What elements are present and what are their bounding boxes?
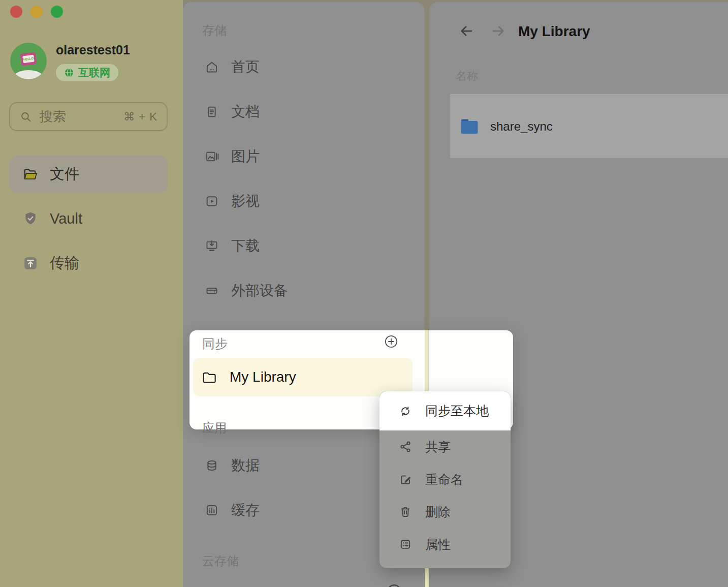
network-status-badge: 互联网 bbox=[56, 64, 118, 81]
pictures-icon bbox=[205, 149, 219, 164]
nav-item-documents[interactable]: 文档 bbox=[205, 98, 260, 126]
cloud-item-partial-icon bbox=[388, 584, 401, 587]
section-cloud-storage: 云存储 bbox=[202, 553, 239, 569]
trash-icon bbox=[399, 505, 412, 518]
sidebar-item-transfer[interactable]: 传输 bbox=[9, 244, 168, 282]
sidebar-item-files[interactable]: 文件 bbox=[9, 156, 168, 193]
menu-item-label: 属性 bbox=[425, 536, 451, 553]
search-shortcut: ⌘ + K bbox=[123, 110, 157, 123]
folder-icon bbox=[201, 369, 216, 385]
nav-item-label: 缓存 bbox=[231, 501, 260, 520]
nav-item-label: 文档 bbox=[231, 102, 260, 121]
menu-item-label: 重命名 bbox=[425, 471, 463, 488]
sync-icon bbox=[399, 405, 412, 418]
sidebar-item-label: 传输 bbox=[50, 253, 79, 273]
network-badge-label: 互联网 bbox=[78, 66, 110, 80]
file-row[interactable]: share_sync bbox=[450, 95, 728, 158]
file-name: share_sync bbox=[490, 119, 553, 134]
search-icon bbox=[19, 110, 33, 123]
nav-item-home[interactable]: 首页 bbox=[205, 53, 260, 81]
nav-item-external-devices[interactable]: 外部设备 bbox=[205, 276, 288, 305]
nav-item-label: 数据 bbox=[231, 456, 260, 475]
search-input[interactable]: 搜索 ⌘ + K bbox=[9, 102, 168, 131]
menu-item-rename[interactable]: 重命名 bbox=[379, 463, 511, 496]
download-icon bbox=[205, 239, 219, 253]
document-icon bbox=[205, 105, 219, 119]
rename-icon bbox=[399, 473, 412, 486]
cache-chart-icon bbox=[205, 503, 219, 517]
sidebar-item-label: 文件 bbox=[50, 164, 79, 184]
maximize-window-button[interactable] bbox=[51, 6, 63, 18]
folder-blue-icon bbox=[459, 116, 480, 137]
files-app-window: HELLO olarestest01 互联网 搜索 ⌘ + K 文件 bbox=[0, 0, 728, 587]
menu-item-label: 同步至本地 bbox=[425, 403, 489, 419]
menu-item-label: 共享 bbox=[425, 439, 451, 455]
database-icon bbox=[205, 458, 219, 473]
nav-item-my-library[interactable]: My Library bbox=[193, 358, 413, 396]
section-apps: 应用 bbox=[202, 420, 227, 436]
add-sync-library-button[interactable] bbox=[384, 334, 398, 349]
nav-item-label: 下载 bbox=[231, 236, 260, 256]
section-storage: 存储 bbox=[202, 22, 227, 39]
my-library-label: My Library bbox=[230, 369, 296, 385]
nav-item-label: 外部设备 bbox=[231, 281, 288, 300]
menu-item-delete[interactable]: 删除 bbox=[379, 496, 511, 528]
username: olarestest01 bbox=[56, 43, 130, 57]
upload-icon bbox=[22, 255, 39, 271]
external-drive-icon bbox=[205, 284, 219, 298]
nav-item-label: 首页 bbox=[231, 57, 260, 77]
avatar-body bbox=[14, 70, 43, 79]
section-sync: 同步 bbox=[202, 335, 228, 352]
avatar-hello-text: HELLO bbox=[22, 55, 35, 64]
sidebar-item-vault[interactable]: Vault bbox=[9, 200, 168, 237]
page-title: My Library bbox=[518, 23, 590, 40]
shield-check-icon bbox=[22, 210, 39, 227]
properties-icon bbox=[399, 538, 412, 551]
menu-item-properties[interactable]: 属性 bbox=[379, 528, 511, 561]
minimize-window-button[interactable] bbox=[30, 6, 43, 18]
share-icon bbox=[399, 440, 412, 453]
avatar-tv-head: HELLO bbox=[20, 52, 37, 66]
home-icon bbox=[205, 60, 219, 74]
column-header-name[interactable]: 名称 bbox=[456, 69, 478, 84]
video-icon bbox=[205, 194, 219, 208]
globe-icon bbox=[64, 68, 74, 78]
sidebar-item-label: Vault bbox=[50, 210, 82, 227]
nav-item-label: 影视 bbox=[231, 192, 260, 211]
menu-item-sync-to-local[interactable]: 同步至本地 bbox=[379, 391, 511, 430]
left-sidebar: HELLO olarestest01 互联网 搜索 ⌘ + K 文件 bbox=[0, 0, 183, 587]
back-arrow-icon[interactable] bbox=[459, 23, 474, 39]
nav-item-pictures[interactable]: 图片 bbox=[205, 142, 260, 171]
forward-arrow-icon[interactable] bbox=[491, 23, 506, 39]
search-placeholder: 搜索 bbox=[40, 108, 116, 126]
folder-open-icon bbox=[22, 166, 39, 182]
nav-item-label: 图片 bbox=[231, 147, 260, 166]
menu-item-label: 删除 bbox=[425, 504, 451, 520]
nav-item-cache[interactable]: 缓存 bbox=[205, 496, 260, 524]
nav-item-data[interactable]: 数据 bbox=[205, 451, 260, 480]
nav-item-downloads[interactable]: 下载 bbox=[205, 232, 260, 260]
avatar[interactable]: HELLO bbox=[10, 43, 47, 79]
menu-item-share[interactable]: 共享 bbox=[379, 430, 511, 463]
context-menu: 同步至本地 共享 重命名 删除 bbox=[379, 391, 511, 568]
nav-item-videos[interactable]: 影视 bbox=[205, 187, 260, 215]
close-window-button[interactable] bbox=[10, 6, 22, 18]
